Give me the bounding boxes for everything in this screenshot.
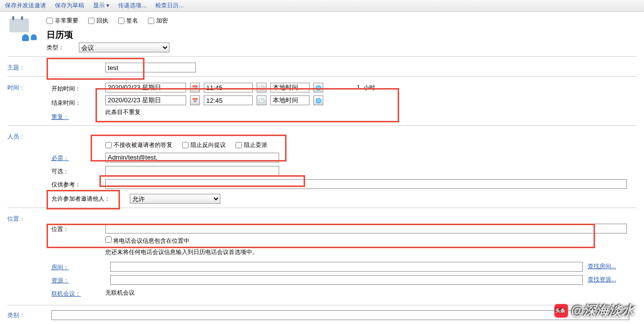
find-rooms-link[interactable]: 查找房间... — [588, 262, 637, 271]
start-time-label: 开始时间： — [51, 83, 105, 93]
encrypt-checkbox[interactable]: 加密 — [148, 17, 168, 25]
check-calendar-button[interactable]: 检查日历... — [155, 1, 184, 10]
time-section-label: 时间： — [7, 83, 51, 92]
delivery-options-button[interactable]: 传递选项... — [118, 1, 146, 10]
repeat-text: 此条目不重复 — [105, 108, 637, 116]
type-select[interactable]: 会议 — [79, 43, 169, 52]
optional-label: 可选： — [51, 165, 105, 176]
very-important-checkbox[interactable]: 非常重要 — [47, 17, 78, 25]
toolbar: 保存并发送邀请 保存为草稿 显示 ▾ 传递选项... 检查日历... — [0, 0, 644, 12]
timezone-picker-icon[interactable]: 🌐 — [313, 83, 323, 93]
subject-input[interactable] — [105, 63, 196, 72]
page-title: 日历项 — [47, 29, 637, 41]
fyi-label: 仅供参考： — [51, 179, 105, 189]
start-time-input[interactable] — [204, 83, 253, 93]
rooms-input[interactable] — [110, 262, 583, 272]
clock-picker-icon[interactable]: 🕐 — [257, 95, 266, 105]
end-date-input[interactable] — [105, 95, 186, 105]
resources-link[interactable]: 资源： — [51, 275, 105, 285]
clock-picker-icon[interactable]: 🕐 — [257, 83, 266, 93]
display-menu[interactable]: 显示 ▾ — [93, 1, 109, 10]
prevent-delegate-checkbox[interactable]: 阻止委派 — [236, 141, 267, 149]
calendar-event-icon — [7, 17, 37, 41]
toutiao-logo-icon — [554, 304, 568, 318]
rooms-link[interactable]: 房间： — [51, 261, 105, 272]
repeat-link[interactable]: 重复： — [51, 111, 105, 121]
allow-invite-select[interactable]: 允许 — [130, 194, 220, 204]
save-draft-button[interactable]: 保存为草稿 — [55, 1, 84, 10]
required-link[interactable]: 必需： — [51, 152, 105, 162]
find-resources-link[interactable]: 查找资源... — [588, 276, 637, 284]
duration-text: 1 小时 — [357, 84, 375, 92]
location-label: 位置： — [51, 223, 105, 233]
save-send-button[interactable]: 保存并发送邀请 — [5, 1, 46, 10]
required-input[interactable] — [105, 153, 279, 162]
timezone-picker-icon[interactable]: 🌐 — [313, 95, 323, 105]
watermark: @深海淡水 — [554, 302, 634, 319]
calendar-picker-icon[interactable]: 📅 — [190, 83, 200, 93]
optional-input[interactable] — [105, 166, 279, 176]
location-section-label: 位置： — [7, 214, 51, 223]
start-timezone-input[interactable] — [270, 83, 310, 93]
resources-input[interactable] — [110, 275, 583, 285]
online-meeting-text: 无联机会议 — [105, 289, 637, 297]
location-input[interactable] — [105, 224, 627, 233]
allow-invite-label: 允许参加者邀请他人： — [51, 195, 125, 203]
sign-checkbox[interactable]: 签名 — [118, 17, 138, 25]
start-date-input[interactable] — [105, 83, 186, 93]
end-time-label: 结束时间： — [51, 97, 105, 107]
people-section-label: 人员： — [7, 132, 51, 141]
type-label: 类型： — [47, 44, 64, 52]
phone-conference-note: 您还未将任何电话会议信息输入到日历电话会议首选项中。 — [105, 248, 637, 256]
receipt-checkbox[interactable]: 回执 — [88, 17, 108, 25]
prevent-counter-checkbox[interactable]: 阻止反向提议 — [182, 141, 226, 149]
end-time-input[interactable] — [204, 95, 253, 105]
subject-section-label: 主题： — [7, 63, 51, 72]
include-phone-checkbox[interactable]: 将电话会议信息包含在位置中 — [105, 237, 190, 244]
fyi-input[interactable] — [105, 179, 627, 189]
no-replies-checkbox[interactable]: 不接收被邀请者的答复 — [105, 141, 172, 149]
calendar-picker-icon[interactable]: 📅 — [190, 95, 200, 105]
category-input[interactable] — [51, 310, 629, 320]
end-timezone-input[interactable] — [270, 95, 310, 105]
category-label: 类别： — [7, 310, 51, 320]
online-meeting-link[interactable]: 联机会议： — [51, 288, 105, 298]
